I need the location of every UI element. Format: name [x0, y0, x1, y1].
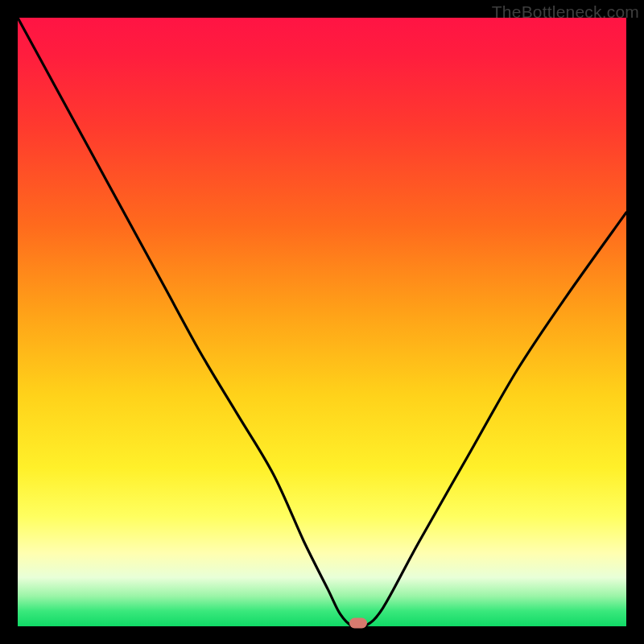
plot-area [18, 18, 626, 626]
optimum-marker [349, 618, 367, 629]
chart-frame: TheBottleneck.com [0, 0, 644, 644]
bottleneck-curve [18, 18, 626, 626]
watermark-text: TheBottleneck.com [492, 2, 639, 22]
